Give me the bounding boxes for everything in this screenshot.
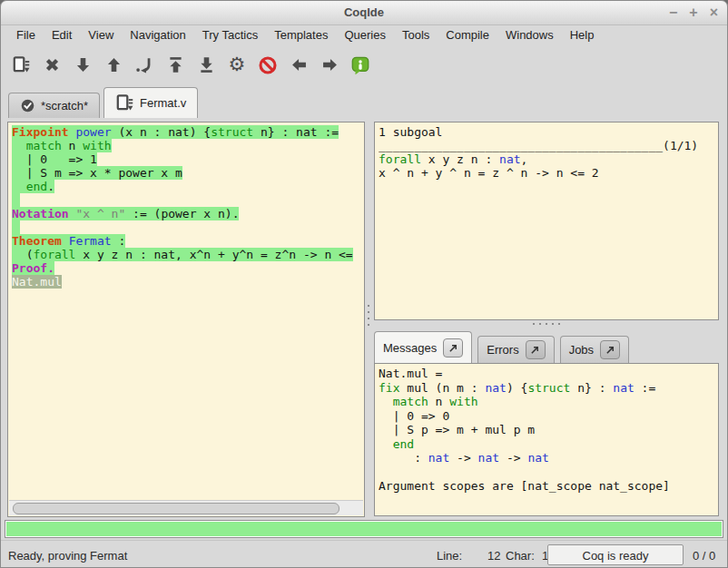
- code-line: end: [379, 437, 716, 452]
- menu-tools[interactable]: Tools: [394, 25, 438, 45]
- goals-code: 1 subgoal_______________________________…: [379, 125, 716, 318]
- code-line: x ^ n + y ^ n = z ^ n -> n <= 2: [379, 166, 716, 180]
- about-icon: [350, 55, 370, 75]
- back-icon: [290, 55, 309, 74]
- about-button[interactable]: [349, 54, 371, 76]
- message-tabbar: MessagesErrorsJobs: [374, 329, 726, 363]
- check-circle-icon: [20, 98, 35, 113]
- status-bar: Ready, proving Fermat Line: 12 Char: 1 C…: [1, 540, 727, 567]
- forward-button[interactable]: [319, 54, 340, 76]
- menu-edit[interactable]: Edit: [44, 25, 80, 45]
- menu-templates[interactable]: Templates: [266, 25, 336, 45]
- detach-icon: [448, 343, 458, 353]
- minimize-button[interactable]: −: [669, 5, 677, 20]
- menubar: FileEditViewNavigationTry TacticsTemplat…: [1, 25, 727, 45]
- code-line: Theorem Fermat :: [12, 234, 362, 248]
- toolbar: ⚙: [1, 45, 727, 84]
- code-line: | 0 => 1: [12, 152, 362, 166]
- tab-label: Fermat.v: [140, 96, 186, 110]
- code-line: fix mul (n m : nat) {struct n} : nat :=: [379, 381, 716, 396]
- code-line: Fixpoint power (x n : nat) {struct n} : …: [12, 125, 362, 139]
- menu-queries[interactable]: Queries: [336, 25, 394, 45]
- go-to-cursor-button[interactable]: [133, 54, 155, 76]
- go-to-end-button[interactable]: [195, 54, 217, 76]
- menu-navigation[interactable]: Navigation: [122, 25, 193, 45]
- code-line: | S m => x * power x m: [12, 166, 362, 180]
- messages-code: Nat.mul =fix mul (n m : nat) {struct n} …: [379, 367, 716, 514]
- step-forward-icon: [74, 55, 93, 74]
- maximize-button[interactable]: +: [689, 5, 697, 20]
- go-to-start-icon: [166, 55, 185, 74]
- menu-compile[interactable]: Compile: [438, 25, 497, 45]
- menu-file[interactable]: File: [8, 25, 44, 45]
- goals-pane[interactable]: 1 subgoal_______________________________…: [374, 122, 719, 320]
- jobs-counter: 0 / 0: [693, 549, 715, 563]
- detach-jobs-button[interactable]: [600, 340, 620, 359]
- script-editor-pane[interactable]: Fixpoint power (x n : nat) {struct n} : …: [7, 122, 365, 517]
- interrupt-button[interactable]: [257, 54, 279, 76]
- char-label: Char:: [506, 549, 535, 563]
- coq-status-indicator: Coq is ready: [547, 544, 684, 565]
- tab-jobs[interactable]: Jobs: [560, 336, 629, 363]
- code-line: Argument scopes are [nat_scope nat_scope…: [379, 479, 716, 494]
- line-value: 12: [487, 549, 500, 563]
- menu-windows[interactable]: Windows: [497, 25, 562, 45]
- gear-button[interactable]: ⚙: [226, 54, 248, 76]
- window-title: CoqIde: [1, 1, 727, 24]
- code-line: Nat.mul =: [379, 367, 716, 381]
- menu-try-tactics[interactable]: Try Tactics: [194, 25, 266, 45]
- code-line: | S p => m + mul p m: [379, 423, 716, 437]
- tab-errors[interactable]: Errors: [477, 336, 554, 363]
- gear-icon: ⚙: [229, 55, 246, 74]
- go-to-end-icon: [197, 55, 216, 74]
- editor-horizontal-scrollbar[interactable]: [9, 500, 363, 515]
- back-button[interactable]: [288, 54, 310, 76]
- close-icon: [43, 55, 62, 74]
- code-line: (forall x y z n : nat, x^n + y^n = z^n -…: [12, 248, 362, 261]
- title-bar[interactable]: CoqIde −+×: [1, 1, 727, 25]
- code-line: 1 subgoal: [379, 125, 716, 139]
- tab-label: Errors: [487, 343, 518, 357]
- code-line: | 0 => 0: [379, 409, 716, 424]
- detach-errors-button[interactable]: [526, 340, 546, 359]
- messages-pane[interactable]: Nat.mul =fix mul (n m : nat) {struct n} …: [374, 363, 719, 516]
- interrupt-icon: [258, 55, 278, 75]
- step-forward-button[interactable]: [72, 54, 93, 76]
- detach-messages-button[interactable]: [443, 338, 463, 357]
- vertical-splitter[interactable]: [365, 122, 374, 517]
- save-icon: [12, 55, 31, 74]
- close-button[interactable]: [41, 54, 63, 76]
- close-button[interactable]: ×: [710, 5, 718, 20]
- menu-view[interactable]: View: [80, 25, 122, 45]
- horizontal-splitter[interactable]: [533, 323, 560, 325]
- scrollbar-thumb[interactable]: [13, 503, 339, 514]
- status-text: Ready, proving Fermat: [8, 549, 127, 563]
- tab-label: *scratch*: [41, 99, 88, 113]
- script-editor-code[interactable]: Fixpoint power (x n : nat) {struct n} : …: [12, 125, 362, 500]
- progress-bar: [5, 520, 723, 538]
- code-line: Notation "x ^ n" := (power x n).: [12, 207, 362, 220]
- code-line: Proof.: [12, 261, 362, 275]
- tab-label: Jobs: [569, 343, 594, 357]
- code-line: forall x y z n : nat,: [379, 152, 716, 166]
- tab-label: Messages: [383, 341, 437, 355]
- save-icon: [115, 93, 134, 113]
- code-line: ________________________________________…: [379, 139, 716, 152]
- go-to-start-button[interactable]: [164, 54, 186, 76]
- code-line: match n with: [379, 395, 716, 409]
- tab-scratch[interactable]: *scratch*: [8, 93, 100, 118]
- save-button[interactable]: [10, 54, 32, 76]
- menu-help[interactable]: Help: [562, 25, 603, 45]
- detach-icon: [530, 345, 540, 355]
- code-line: Nat.mul: [12, 275, 362, 289]
- tab-messages[interactable]: Messages: [374, 331, 472, 363]
- step-backward-icon: [104, 55, 123, 74]
- code-line: match n with: [12, 139, 362, 152]
- step-backward-button[interactable]: [103, 54, 124, 76]
- code-line: : nat -> nat -> nat: [379, 451, 716, 465]
- detach-icon: [605, 345, 615, 355]
- tab-fermat[interactable]: Fermat.v: [103, 87, 198, 118]
- code-line: [12, 220, 362, 234]
- coqide-window: CoqIde −+× FileEditViewNavigationTry Tac…: [0, 0, 728, 568]
- go-to-cursor-icon: [134, 55, 154, 75]
